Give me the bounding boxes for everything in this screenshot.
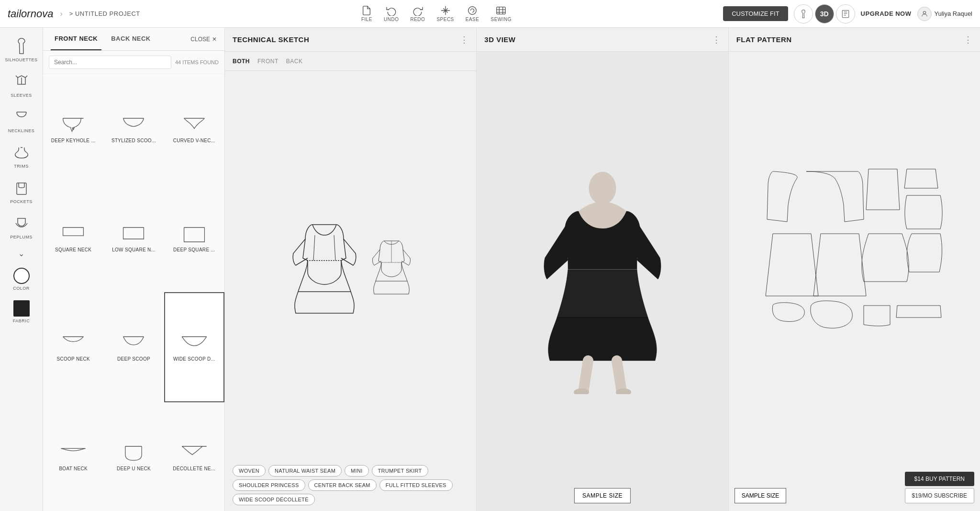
panels-area: TECHNICAL SKETCH ⋮ BOTH FRONT BACK (225, 28, 980, 511)
sidebar-label-necklines: NECKLINES (8, 128, 35, 133)
neckline-item-square-neck[interactable]: SQUARE NECK (43, 183, 103, 293)
neckline-item-deep-u-neck[interactable]: DEEP U NECK (103, 402, 164, 511)
chevron-down-item[interactable]: ⌄ (0, 246, 43, 261)
sidebar-item-silhouettes[interactable]: SILHOUETTES (0, 34, 43, 65)
neckline-name-boat-neck: BOAT NECK (59, 466, 88, 471)
user-name: Yuliya Raquel (935, 10, 973, 17)
sketch-tab-back[interactable]: BACK (286, 58, 303, 65)
technical-sketch-panel: TECHNICAL SKETCH ⋮ BOTH FRONT BACK (225, 28, 477, 511)
sketch-view-tabs: BOTH FRONT BACK (225, 52, 476, 71)
main-layout: SILHOUETTES SLEEVES NECKLINES TRIMS POCK… (0, 28, 980, 511)
neckline-item-curved-v[interactable]: CURVED V-NEC... (164, 74, 224, 183)
customize-fit-button[interactable]: CUSTOMIZE FIT (723, 6, 788, 21)
redo-tool[interactable]: REDO (410, 5, 425, 22)
user-icon (917, 7, 932, 21)
three-d-menu-button[interactable]: ⋮ (712, 35, 721, 44)
technical-sketch-menu-button[interactable]: ⋮ (460, 35, 468, 44)
upgrade-now-button[interactable]: UPGRADE NOW (861, 10, 912, 17)
user-area[interactable]: Yuliya Raquel (917, 7, 973, 21)
neckline-panel: FRONT NECK BACK NECK CLOSE ✕ 44 ITEMS FO… (43, 28, 225, 511)
neckline-name-low-square: LOW SQUARE N... (112, 247, 156, 252)
three-d-view-panel: 3D VIEW ⋮ (477, 28, 728, 511)
sidebar-item-necklines[interactable]: NECKLINES (0, 104, 43, 136)
sewing-tool[interactable]: SEWING (490, 5, 512, 22)
sidebar-label-silhouettes: SILHOUETTES (5, 57, 37, 62)
tag-center-back-seam: CENTER BACK SEAM (308, 479, 377, 491)
neckline-name-curved-v: CURVED V-NEC... (173, 138, 215, 143)
tags-row: WOVEN NATURAL WAIST SEAM MINI TRUMPET SK… (225, 459, 476, 511)
neckline-name-stylized-scoop: STYLIZED SCOO... (111, 138, 156, 143)
neckline-item-deep-scoop[interactable]: DEEP SCOOP (103, 292, 164, 402)
specs-tool[interactable]: SPECS (436, 5, 454, 22)
mannequin-svg (535, 169, 669, 394)
buy-pattern-button[interactable]: $14 BUY PATTERN (905, 472, 974, 486)
neckline-name-deep-scoop: DEEP SCOOP (117, 356, 150, 362)
flat-view-button[interactable] (836, 4, 855, 23)
sidebar-label-fabric: FABRIC (13, 318, 30, 323)
neckline-item-low-square[interactable]: LOW SQUARE N... (103, 183, 164, 293)
sidebar-item-peplums[interactable]: PEPLUMS (0, 211, 43, 242)
project-name: > UNTITLED PROJECT (69, 10, 140, 17)
neckline-name-scoop-neck: SCOOP NECK (56, 356, 90, 362)
sidebar-item-color[interactable]: COLOR (0, 265, 43, 294)
tag-trumpet-skirt: TRUMPET SKIRT (372, 465, 428, 477)
sidebar-item-fabric[interactable]: FABRIC (0, 297, 43, 326)
sketch-canvas (225, 71, 476, 459)
svg-point-0 (468, 7, 477, 15)
flat-pattern-menu-button[interactable]: ⋮ (964, 35, 972, 44)
three-d-canvas: SAMPLE SIZE (477, 52, 728, 511)
sketch-tab-both[interactable]: BOTH (233, 58, 250, 65)
neckline-item-stylized-scoop[interactable]: STYLIZED SCOO... (103, 74, 164, 183)
tab-back-neck[interactable]: BACK NECK (107, 28, 155, 50)
top-nav: tailornova › > UNTITLED PROJECT FILE UND… (0, 0, 980, 28)
search-input[interactable] (49, 56, 171, 69)
flat-pattern-panel: FLAT PATTERN ⋮ (729, 28, 980, 511)
sidebar-item-pockets[interactable]: POCKETS (0, 175, 43, 207)
chevron-down-icon: ⌄ (18, 249, 24, 258)
tab-front-neck[interactable]: FRONT NECK (51, 28, 101, 50)
neckline-item-wide-scoop-d[interactable]: WIDE SCOOP D... (164, 292, 224, 402)
flat-pattern-header: FLAT PATTERN ⋮ (729, 28, 980, 52)
flat-pattern-svg (763, 162, 945, 401)
svg-point-3 (923, 11, 925, 13)
tag-mini: MINI (345, 465, 368, 477)
sidebar-label-sleeves: SLEEVES (11, 93, 32, 98)
svg-rect-1 (497, 7, 505, 14)
neckline-grid: DEEP KEYHOLE ... STYLIZED SCOO... CURVED… (43, 74, 224, 511)
three-d-view-button[interactable]: 3D (815, 4, 834, 23)
tag-woven: WOVEN (233, 465, 266, 477)
neckline-name-deep-square: DEEP SQUARE ... (173, 247, 215, 252)
neckline-item-deep-keyhole[interactable]: DEEP KEYHOLE ... (43, 74, 103, 183)
sample-size-button-3d[interactable]: SAMPLE SIZE (574, 488, 631, 503)
neckline-item-decollete[interactable]: DÉCOLLETÉ NE... (164, 402, 224, 511)
sidebar-item-trims[interactable]: TRIMS (0, 140, 43, 171)
left-sidebar: SILHOUETTES SLEEVES NECKLINES TRIMS POCK… (0, 28, 43, 511)
sidebar-item-sleeves[interactable]: SLEEVES (0, 69, 43, 101)
svg-rect-4 (17, 183, 26, 194)
neckline-item-scoop-neck[interactable]: SCOOP NECK (43, 292, 103, 402)
neckline-item-boat-neck[interactable]: BOAT NECK (43, 402, 103, 511)
close-panel-button[interactable]: CLOSE ✕ (190, 36, 217, 43)
neckline-name-wide-scoop-d: WIDE SCOOP D... (173, 356, 215, 362)
sample-size-button-flat[interactable]: SAMPLE SIZE (735, 488, 787, 503)
sidebar-label-peplums: PEPLUMS (10, 235, 33, 239)
sketch-tab-front[interactable]: FRONT (257, 58, 278, 65)
subscribe-button[interactable]: $19/MO SUBSCRIBE (905, 488, 974, 503)
tag-natural-waist-seam: NATURAL WAIST SEAM (268, 465, 342, 477)
neckline-name-deep-u-neck: DEEP U NECK (117, 466, 151, 471)
tag-wide-scoop-decollete: WIDE SCOOP DÉCOLLETÉ (233, 494, 315, 505)
silhouette-view-button[interactable] (794, 4, 813, 23)
svg-point-5 (589, 172, 616, 204)
buy-buttons: $14 BUY PATTERN $19/MO SUBSCRIBE (905, 472, 974, 503)
neckline-item-deep-square[interactable]: DEEP SQUARE ... (164, 183, 224, 293)
fabric-swatch (13, 300, 30, 317)
file-tool[interactable]: FILE (361, 5, 372, 22)
technical-sketch-header: TECHNICAL SKETCH ⋮ (225, 28, 476, 52)
nav-tools: FILE UNDO REDO SPECS EASE SEWING (150, 5, 723, 22)
sketch-back-svg (370, 234, 413, 296)
technical-sketch-title: TECHNICAL SKETCH (233, 35, 309, 44)
undo-tool[interactable]: UNDO (384, 5, 399, 22)
tag-shoulder-princess: SHOULDER PRINCESS (233, 479, 305, 491)
panel-tabs: FRONT NECK BACK NECK CLOSE ✕ (43, 28, 224, 51)
ease-tool[interactable]: EASE (466, 5, 479, 22)
